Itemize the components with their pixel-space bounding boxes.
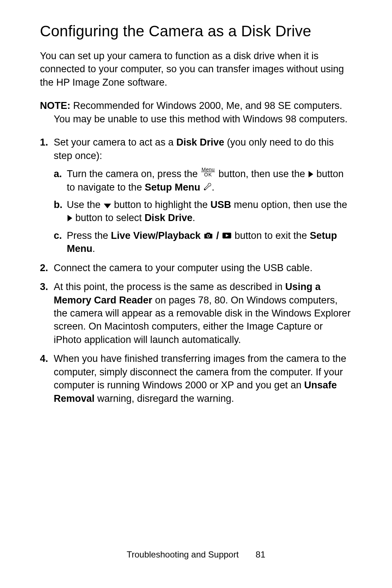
- camera-icon: [203, 232, 213, 240]
- step-4-t2: warning, disregard the warning.: [95, 393, 234, 404]
- step-4: When you have finished transferring imag…: [40, 352, 353, 405]
- note-paragraph: NOTE: Recommended for Windows 2000, Me, …: [40, 99, 353, 126]
- sub-b-t1: Use the: [67, 199, 103, 210]
- sub-b-t3: menu option, then use the: [231, 199, 347, 210]
- step-1: Set your camera to act as a Disk Drive (…: [40, 136, 353, 256]
- sub-c-t2: [201, 230, 204, 241]
- step-2: Connect the camera to your computer usin…: [40, 261, 353, 274]
- substeps-list: Turn the camera on, press the MenuOK but…: [54, 167, 353, 256]
- sub-c-t3: button to exit the: [232, 230, 310, 241]
- sub-b-t5: .: [192, 212, 195, 223]
- svg-marker-1: [104, 204, 111, 208]
- arrow-right-icon: [308, 171, 314, 178]
- slash-text: /: [213, 230, 222, 241]
- sub-a-t5: .: [212, 182, 215, 193]
- step-1-bold: Disk Drive: [176, 137, 224, 148]
- note-label: NOTE:: [40, 100, 70, 111]
- substep-a: Turn the camera on, press the MenuOK but…: [54, 167, 353, 194]
- wrench-icon: [203, 183, 212, 191]
- step-1-lead: Set your camera to act as a: [54, 137, 176, 148]
- step-4-t1: When you have finished transferring imag…: [54, 353, 346, 391]
- svg-point-4: [208, 235, 209, 237]
- page-title: Configuring the Camera as a Disk Drive: [40, 23, 353, 40]
- steps-list: Set your camera to act as a Disk Drive (…: [40, 136, 353, 405]
- sub-a-bold: Setup Menu: [145, 182, 200, 193]
- menu-ok-bottom: OK: [201, 172, 215, 177]
- svg-marker-0: [309, 171, 313, 177]
- svg-marker-2: [68, 215, 72, 221]
- sub-a-t2: button, then use the: [216, 168, 308, 179]
- sub-b-t4: button to select: [73, 212, 144, 223]
- step-2-text: Connect the camera to your computer usin…: [54, 262, 313, 273]
- playback-icon: [222, 232, 232, 240]
- sub-a-t4: [200, 182, 203, 193]
- intro-paragraph: You can set up your camera to function a…: [40, 49, 353, 89]
- arrow-right-icon: [67, 215, 73, 222]
- menu-ok-icon: MenuOK: [201, 167, 215, 177]
- sub-b-t2: button to highlight the: [111, 199, 211, 210]
- sub-c-t4: .: [93, 243, 95, 254]
- page-footer: Troubleshooting and Support 81: [0, 550, 392, 560]
- manual-page: Configuring the Camera as a Disk Drive Y…: [0, 0, 392, 588]
- step-3: At this point, the process is the same a…: [40, 280, 353, 346]
- note-text: Recommended for Windows 2000, Me, and 98…: [54, 100, 347, 124]
- substep-c: Press the Live View/Playback / button to…: [54, 229, 353, 256]
- sub-c-bold1: Live View/Playback: [111, 230, 201, 241]
- sub-b-bold2: Disk Drive: [144, 212, 192, 223]
- substep-b: Use the button to highlight the USB menu…: [54, 198, 353, 225]
- sub-b-bold1: USB: [211, 199, 231, 210]
- step-3-t1: At this point, the process is the same a…: [54, 281, 285, 292]
- arrow-down-icon: [103, 203, 111, 209]
- sub-c-t1: Press the: [67, 230, 111, 241]
- footer-section: Troubleshooting and Support: [127, 550, 239, 559]
- sub-a-t1: Turn the camera on, press the: [67, 168, 200, 179]
- footer-page-number: 81: [256, 550, 265, 560]
